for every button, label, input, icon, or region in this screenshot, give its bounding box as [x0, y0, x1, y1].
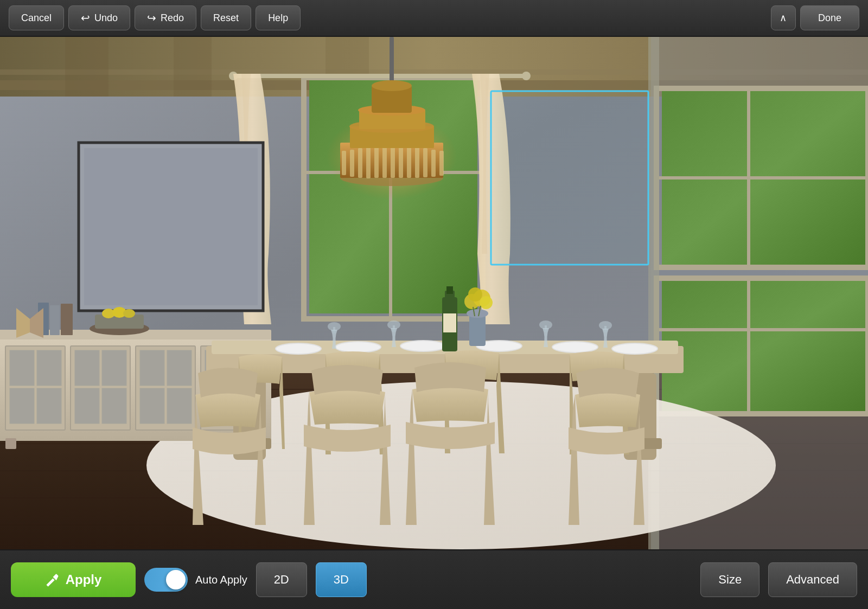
3d-scene[interactable]: [0, 37, 868, 549]
cancel-button[interactable]: Cancel: [9, 5, 64, 30]
apply-button[interactable]: Apply: [11, 562, 136, 597]
svg-point-121: [468, 287, 482, 302]
svg-rect-116: [443, 313, 456, 332]
svg-rect-74: [102, 388, 126, 424]
svg-rect-39: [374, 145, 379, 178]
svg-rect-68: [37, 350, 61, 386]
mode-3d-button[interactable]: 3D: [316, 562, 367, 597]
top-toolbar: Cancel ↩ Undo ↪ Redo Reset Help ∧ Done: [0, 0, 868, 37]
svg-rect-69: [10, 388, 34, 424]
bottom-toolbar: Apply Auto Apply 2D 3D Size Advanced: [0, 549, 868, 609]
svg-point-100: [335, 342, 381, 352]
svg-rect-117: [469, 313, 486, 346]
svg-rect-37: [358, 148, 362, 178]
svg-point-104: [612, 343, 658, 354]
size-button[interactable]: Size: [700, 562, 760, 597]
help-label: Help: [268, 12, 288, 24]
room-svg: [0, 37, 868, 549]
svg-rect-38: [366, 147, 371, 178]
toggle-track: [144, 568, 188, 592]
svg-rect-43: [407, 145, 411, 178]
svg-point-112: [599, 321, 612, 330]
svg-rect-45: [423, 148, 427, 177]
apply-label: Apply: [66, 572, 102, 587]
advanced-label: Advanced: [786, 573, 839, 586]
svg-rect-40: [382, 144, 387, 178]
svg-rect-125: [491, 91, 648, 265]
svg-rect-71: [75, 350, 99, 386]
svg-rect-83: [5, 438, 16, 449]
redo-label: Redo: [161, 12, 184, 24]
help-button[interactable]: Help: [256, 5, 301, 30]
svg-rect-19: [662, 281, 868, 411]
svg-point-106: [328, 322, 341, 331]
svg-rect-44: [415, 147, 419, 178]
auto-apply-toggle-area: Auto Apply: [144, 568, 247, 592]
svg-rect-36: [350, 150, 354, 177]
svg-rect-75: [140, 350, 164, 386]
svg-rect-78: [167, 388, 192, 424]
done-label: Done: [818, 12, 841, 24]
cancel-label: Cancel: [21, 12, 52, 24]
mode-2d-button[interactable]: 2D: [256, 562, 307, 597]
reset-button[interactable]: Reset: [201, 5, 251, 30]
svg-rect-56: [84, 148, 258, 305]
svg-rect-115: [446, 286, 453, 294]
auto-apply-toggle[interactable]: [144, 568, 188, 592]
svg-rect-70: [37, 388, 61, 424]
undo-icon: ↩: [81, 11, 90, 24]
collapse-button[interactable]: ∧: [771, 5, 796, 30]
auto-apply-label: Auto Apply: [195, 574, 247, 586]
svg-rect-77: [140, 388, 164, 424]
svg-point-122: [480, 296, 493, 309]
svg-point-103: [552, 342, 598, 352]
undo-label: Undo: [94, 12, 118, 24]
svg-point-53: [372, 80, 412, 91]
eraser-icon: [45, 572, 60, 587]
svg-point-30: [522, 72, 531, 80]
undo-button[interactable]: ↩ Undo: [68, 5, 130, 30]
svg-point-118: [467, 309, 488, 318]
size-label: Size: [718, 573, 742, 586]
svg-rect-5: [174, 37, 212, 97]
svg-rect-72: [102, 350, 126, 386]
svg-point-92: [123, 309, 135, 318]
reset-label: Reset: [213, 12, 239, 24]
svg-rect-67: [10, 350, 34, 386]
svg-rect-31: [390, 37, 394, 86]
svg-point-101: [400, 341, 446, 351]
svg-rect-35: [342, 151, 346, 175]
svg-point-110: [539, 320, 552, 329]
redo-button[interactable]: ↪ Redo: [135, 5, 196, 30]
svg-rect-42: [399, 144, 403, 178]
svg-point-108: [387, 320, 400, 329]
svg-point-99: [276, 343, 321, 354]
svg-rect-87: [61, 304, 73, 335]
svg-rect-4: [65, 37, 108, 97]
done-button[interactable]: Done: [800, 5, 859, 30]
redo-icon: ↪: [147, 11, 156, 24]
chevron-up-icon: ∧: [780, 12, 787, 24]
svg-rect-73: [75, 388, 99, 424]
advanced-button[interactable]: Advanced: [768, 562, 857, 597]
mode-2d-label: 2D: [274, 573, 289, 586]
svg-rect-46: [431, 150, 436, 177]
mode-3d-label: 3D: [334, 573, 349, 586]
svg-rect-86: [50, 305, 60, 335]
svg-rect-41: [391, 144, 395, 178]
toggle-thumb: [166, 570, 186, 589]
svg-rect-47: [439, 151, 444, 176]
svg-rect-76: [167, 350, 192, 386]
